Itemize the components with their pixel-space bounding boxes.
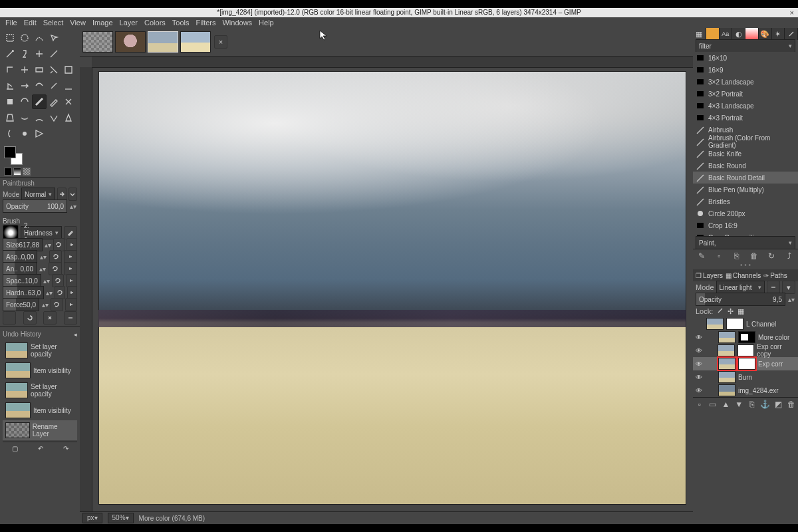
menu-view[interactable]: View <box>66 17 89 28</box>
brush-item[interactable]: Basic Round <box>693 160 798 172</box>
visibility-icon[interactable]: 👁 <box>694 374 704 381</box>
brush-item[interactable]: Circle 200px <box>693 207 798 219</box>
paths-tab[interactable]: ✑ Paths <box>763 272 787 279</box>
menu-image[interactable]: Image <box>89 17 116 28</box>
new-layer-icon[interactable]: ▫ <box>694 399 705 410</box>
delete-layer-icon[interactable]: 🗑 <box>786 399 797 410</box>
reset-icon[interactable] <box>55 286 65 299</box>
link-icon[interactable] <box>64 250 77 263</box>
layer-mode-switch-icon[interactable] <box>767 281 780 294</box>
doc-tab[interactable] <box>148 31 178 53</box>
canvas[interactable] <box>98 71 686 505</box>
tab-close-icon[interactable]: × <box>214 35 227 49</box>
opt-Force[interactable]: Force50,0 <box>3 298 39 311</box>
opacity-slider[interactable]: Opacity100,0 <box>3 200 67 213</box>
brush-item[interactable]: Blue Pen (Multiply) <box>693 184 798 196</box>
brush-edit-icon[interactable] <box>64 226 77 239</box>
layer-row[interactable]: L Channel <box>693 317 798 331</box>
patterns-tab-icon[interactable] <box>706 28 720 40</box>
ruler-vertical[interactable] <box>80 67 92 511</box>
tool-23[interactable] <box>47 94 61 109</box>
tool-26[interactable] <box>17 110 32 125</box>
layer-row[interactable]: 👁 Exp corr copy <box>693 344 798 357</box>
visibility-icon[interactable]: 👁 <box>694 387 704 394</box>
fg-bg-color[interactable] <box>4 146 23 165</box>
menu-edit[interactable]: Edit <box>21 17 40 28</box>
refresh-brush-icon[interactable]: ↻ <box>766 251 777 261</box>
spin-icon[interactable]: ▴▾ <box>45 241 51 249</box>
undo-step[interactable]: Rename Layer <box>3 420 77 440</box>
visibility-icon[interactable]: 👁 <box>694 334 704 341</box>
tool-12[interactable] <box>32 63 47 77</box>
tool-22[interactable] <box>32 94 47 109</box>
brush-item[interactable]: Basic Knife <box>693 148 798 160</box>
layer-row[interactable]: 👁 Burn <box>693 370 798 384</box>
tool-27[interactable] <box>32 110 47 125</box>
tool-5[interactable] <box>3 47 17 61</box>
menu-colors[interactable]: Colors <box>141 17 169 28</box>
spin-icon[interactable]: ▴▾ <box>69 203 77 210</box>
layer-row[interactable]: 👁 Exp corr <box>693 357 798 370</box>
menu-layer[interactable]: Layer <box>116 17 142 28</box>
tool-14[interactable] <box>61 63 76 77</box>
brush-item[interactable]: Basic Round Detail <box>693 172 798 184</box>
tool-32[interactable] <box>32 126 47 141</box>
brush-filter[interactable]: filter <box>696 39 795 53</box>
undo-undo-icon[interactable]: ↶ <box>38 445 43 452</box>
tool-28[interactable] <box>47 110 61 125</box>
delete-preset-icon[interactable] <box>43 311 57 325</box>
spin-icon[interactable]: ▴▾ <box>39 265 47 273</box>
spin-icon[interactable]: ▴▾ <box>787 296 795 303</box>
recent-color[interactable] <box>4 168 12 176</box>
link-icon[interactable] <box>67 286 77 299</box>
tool-13[interactable] <box>47 63 61 77</box>
new-brush-icon[interactable]: ▫ <box>714 251 724 261</box>
undo-step[interactable]: Set layer opacity <box>3 340 77 360</box>
brush-item[interactable]: 3×2 Landscape <box>693 76 798 88</box>
undo-step[interactable]: Item visibility <box>3 360 77 380</box>
lock-alpha-icon[interactable]: ▦ <box>737 307 744 316</box>
new-group-icon[interactable]: ▭ <box>708 399 718 410</box>
dup-brush-icon[interactable]: ⎘ <box>732 251 742 261</box>
tool-17[interactable] <box>32 78 47 93</box>
lock-pixels-icon[interactable] <box>717 307 724 315</box>
mask-layer-icon[interactable]: ◩ <box>773 399 783 410</box>
palettes-tab-icon[interactable]: 🎨 <box>759 28 772 40</box>
tool-8[interactable] <box>47 47 61 61</box>
doc-tab[interactable] <box>82 31 113 53</box>
channels-tab[interactable]: ▦ Channels <box>726 272 761 279</box>
tool-16[interactable] <box>17 78 32 93</box>
tool-20[interactable] <box>3 94 17 109</box>
opt-Size[interactable]: Size617,88 <box>3 238 43 251</box>
link-icon[interactable] <box>66 238 77 251</box>
brush-item[interactable]: 4×3 Portrait <box>693 112 798 124</box>
unit-select[interactable]: px ▾ <box>82 513 102 523</box>
doc-tab[interactable] <box>180 31 211 53</box>
merge-layer-icon[interactable]: ⚓ <box>760 399 771 410</box>
link-icon[interactable] <box>65 298 77 311</box>
tool-24[interactable] <box>61 94 76 109</box>
gradients-tab-icon[interactable] <box>745 28 759 40</box>
brush-item[interactable]: Airbrush (Color From Gradient) <box>693 136 798 148</box>
opt-An..[interactable]: An..0,00 <box>3 262 37 275</box>
tool-6[interactable] <box>17 47 32 61</box>
doc-tab[interactable] <box>115 31 146 53</box>
brushes-tab-icon[interactable]: ▦ <box>693 28 706 40</box>
menu-filters[interactable]: Filters <box>193 17 219 28</box>
raise-layer-icon[interactable]: ▲ <box>720 399 731 410</box>
brush-item[interactable]: 4×3 Landscape <box>693 100 798 112</box>
tool-7[interactable] <box>32 47 47 61</box>
opt-Asp..[interactable]: Asp..0,00 <box>3 250 37 263</box>
brush-item[interactable]: Crop 16:9 <box>693 219 798 231</box>
ruler-horizontal[interactable] <box>92 57 693 68</box>
mypaint-tab-icon[interactable]: ✶ <box>772 28 785 40</box>
tool-15[interactable] <box>3 78 17 93</box>
reset-preset-icon[interactable] <box>64 311 77 325</box>
opt-Spac..[interactable]: Spac..10,0 <box>3 274 41 287</box>
restore-preset-icon[interactable] <box>23 311 37 325</box>
tool-21[interactable] <box>17 94 32 109</box>
del-brush-icon[interactable]: 🗑 <box>749 251 759 261</box>
layer-mode-chevron-icon[interactable]: ▾ <box>782 281 795 294</box>
panel-grip[interactable]: • • • <box>693 263 798 269</box>
undo-step[interactable]: Item visibility <box>3 400 77 420</box>
